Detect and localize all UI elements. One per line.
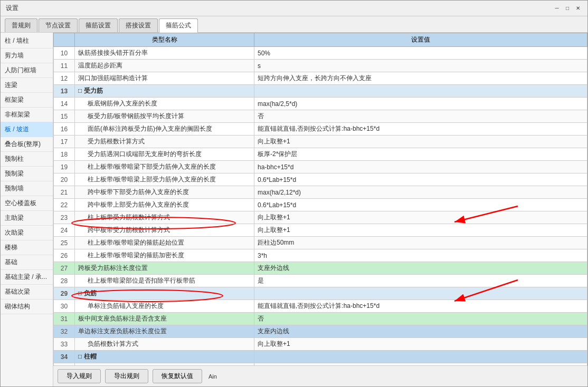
- sidebar-item-coupling-beam[interactable]: 连梁: [1, 78, 53, 93]
- cell-row-value[interactable]: 支座内边线: [254, 325, 587, 338]
- sidebar-item-slab[interactable]: 板 / 坡道: [1, 122, 53, 137]
- table-row[interactable]: 12洞口加强筋端部构造计算短跨方向伸入支座，长跨方向不伸入支座: [54, 72, 587, 85]
- table-row[interactable]: 19柱上板带/板带暗梁下部受力筋伸入支座的长度ha-bhc+15*d: [54, 161, 587, 173]
- table-row[interactable]: 27跨板受力筋标注长度位置支座外边线: [54, 262, 587, 275]
- restore-defaults-button[interactable]: 恢复默认值: [153, 369, 202, 383]
- cell-row-num: 31: [54, 313, 75, 325]
- table-row[interactable]: 26柱上板带/板带暗梁的箍筋加密长度3*h: [54, 249, 587, 262]
- close-button[interactable]: ✕: [574, 4, 582, 13]
- sidebar-item-staircase[interactable]: 楼梯: [1, 240, 53, 255]
- cell-row-num: 26: [54, 249, 75, 262]
- table-row[interactable]: 30单标注负筋锚入支座的长度能直锚就直锚,否则按公式计算:ha-bhc+15*d: [54, 300, 587, 313]
- sidebar-item-precast-wall[interactable]: 预制墙: [1, 181, 53, 196]
- table-row[interactable]: 32单边标注支座负筋标注长度位置支座内边线: [54, 325, 587, 338]
- minimize-button[interactable]: ─: [553, 4, 561, 13]
- table-row[interactable]: 14板底钢筋伸入支座的长度max(ha/2,5*d): [54, 98, 587, 110]
- sidebar-item-column[interactable]: 柱 / 墙柱: [1, 34, 53, 49]
- cell-row-num: 34: [54, 351, 75, 363]
- sidebar-item-hollow-floor[interactable]: 空心楼盖板: [1, 196, 53, 211]
- tab-stirrup-formula[interactable]: 箍筋公式: [159, 18, 198, 33]
- maximize-button[interactable]: □: [563, 4, 572, 13]
- table-row[interactable]: 20柱上板带/板带暗梁上部受力筋伸入支座的长度0.6*Lab+15*d: [54, 173, 587, 186]
- tab-lap-settings[interactable]: 搭接设置: [119, 18, 158, 32]
- table-row[interactable]: 24跨中板带受力筋根数计算方式向上取整+1: [54, 224, 587, 237]
- cell-row-value[interactable]: ha-bhc+15*d: [254, 161, 587, 173]
- sidebar-item-composite-slab[interactable]: 叠合板(整厚): [1, 137, 53, 152]
- sidebar-item-foundation[interactable]: 基础: [1, 255, 53, 270]
- cell-row-value[interactable]: 50%: [254, 47, 587, 60]
- cell-row-value[interactable]: 板厚-2*保护层: [254, 148, 587, 161]
- table-row[interactable]: 13□ 受力筋: [54, 85, 587, 98]
- cell-row-value[interactable]: 是: [254, 275, 587, 287]
- table-row[interactable]: 29□ 负筋: [54, 287, 587, 300]
- cell-row-value[interactable]: 能直锚就直锚,否则按公式计算:ha-bhc+15*d: [254, 300, 587, 313]
- table-row[interactable]: 23柱上板带受力筋根数计算方式向上取整+1: [54, 211, 587, 224]
- table-row[interactable]: 25柱上板带/板带暗梁的箍筋起始位置距柱边50mm: [54, 237, 587, 249]
- settings-table-container[interactable]: 类型名称 设置值 10纵筋搭接接头错开百分率50%11温度筋起步距离s12洞口加…: [53, 33, 587, 365]
- sidebar-item-precast-column[interactable]: 预制柱: [1, 152, 53, 167]
- cell-row-num: 20: [54, 173, 75, 186]
- cell-row-num: 12: [54, 72, 75, 85]
- table-row[interactable]: 16面筋(单标注跨板受力筋)伸入支座的搁固长度能直锚就直锚,否则按公式计算:ha…: [54, 123, 587, 136]
- sidebar-item-precast-beam[interactable]: 预制梁: [1, 167, 53, 181]
- cell-row-value[interactable]: 短跨方向伸入支座，长跨方向不伸入支座: [254, 72, 587, 85]
- cell-row-num: 16: [54, 123, 75, 136]
- sidebar-item-frame-beam[interactable]: 框架梁: [1, 93, 53, 108]
- cell-row-num: 18: [54, 148, 75, 161]
- cell-row-value[interactable]: 向上取整+1: [254, 224, 587, 237]
- sidebar-item-shear-wall[interactable]: 剪力墙: [1, 49, 53, 63]
- cell-row-name: □ 负筋: [75, 287, 254, 300]
- cell-row-value[interactable]: [254, 85, 587, 98]
- sidebar-item-secondary-rib[interactable]: 次助梁: [1, 226, 53, 240]
- cell-row-value[interactable]: 否: [254, 313, 587, 325]
- table-row[interactable]: 21跨中板带下部受力筋伸入支座的长度max(ha/2,12*d): [54, 186, 587, 199]
- cell-row-num: 14: [54, 98, 75, 110]
- table-row[interactable]: 18受力筋遇洞口或端部无支座时的弯折长度板厚-2*保护层: [54, 148, 587, 161]
- cell-row-value[interactable]: [254, 351, 587, 363]
- cell-row-value[interactable]: 否: [254, 110, 587, 123]
- table-row[interactable]: 31板中间支座负筋标注是否含支座否: [54, 313, 587, 325]
- export-rules-button[interactable]: 导出规则: [105, 369, 148, 383]
- tab-bar: 普规则 节点设置 箍筋设置 搭接设置 箍筋公式: [1, 16, 587, 33]
- table-row[interactable]: 22跨中板带上部受力筋伸入支座的长度0.6*Lab+15*d: [54, 199, 587, 211]
- cell-row-value[interactable]: s: [254, 60, 587, 72]
- cell-row-value[interactable]: 能直锚就直锚,否则按公式计算:ha-bhc+15*d: [254, 123, 587, 136]
- settings-table: 类型名称 设置值 10纵筋搭接接头错开百分率50%11温度筋起步距离s12洞口加…: [53, 33, 587, 365]
- cell-row-value[interactable]: 距柱边50mm: [254, 237, 587, 249]
- table-row[interactable]: 10纵筋搭接接头错开百分率50%: [54, 47, 587, 60]
- table-row[interactable]: 34□ 柱帽: [54, 351, 587, 363]
- cell-row-name: 板底钢筋伸入支座的长度: [75, 98, 254, 110]
- cell-row-num: 24: [54, 224, 75, 237]
- cell-row-value[interactable]: 向上取整+1: [254, 136, 587, 148]
- table-row[interactable]: 28柱上板带暗梁部位是否扣除平行板带筋是: [54, 275, 587, 287]
- sidebar-item-non-frame-beam[interactable]: 非框架梁: [1, 108, 53, 122]
- cell-row-value[interactable]: 向上取整+1: [254, 211, 587, 224]
- tab-stirrup-settings[interactable]: 箍筋设置: [79, 18, 118, 32]
- table-row[interactable]: 17受力筋根数计算方式向上取整+1: [54, 136, 587, 148]
- cell-row-value[interactable]: 0.6*Lab+15*d: [254, 199, 587, 211]
- sidebar-item-civil-defense[interactable]: 人防门框墙: [1, 63, 53, 78]
- sidebar-item-foundation-secondary[interactable]: 基础次梁: [1, 285, 53, 299]
- cell-row-num: 30: [54, 300, 75, 313]
- cell-row-name: 柱上板带暗梁部位是否扣除平行板带筋: [75, 275, 254, 287]
- cell-row-num: 32: [54, 325, 75, 338]
- cell-row-value[interactable]: max(ha/2,12*d): [254, 186, 587, 199]
- cell-row-value[interactable]: 向上取整+1: [254, 338, 587, 351]
- sidebar-item-masonry[interactable]: 砌体结构: [1, 299, 53, 314]
- cell-row-num: 10: [54, 47, 75, 60]
- cell-row-value[interactable]: max(ha/2,5*d): [254, 98, 587, 110]
- sidebar-item-foundation-main[interactable]: 基础主梁 / 承...: [1, 270, 53, 285]
- window-title: 设置: [6, 4, 18, 13]
- cell-row-num: 29: [54, 287, 75, 300]
- cell-row-value[interactable]: 支座外边线: [254, 262, 587, 275]
- table-row[interactable]: 11温度筋起步距离s: [54, 60, 587, 72]
- cell-row-value[interactable]: 3*h: [254, 249, 587, 262]
- tab-general-rules[interactable]: 普规则: [5, 18, 37, 32]
- tab-node-settings[interactable]: 节点设置: [39, 18, 78, 32]
- sidebar-item-main-rib[interactable]: 主助梁: [1, 211, 53, 226]
- cell-row-value[interactable]: [254, 287, 587, 300]
- cell-row-value[interactable]: 0.6*Lab+15*d: [254, 173, 587, 186]
- table-row[interactable]: 33负筋根数计算方式向上取整+1: [54, 338, 587, 351]
- import-rules-button[interactable]: 导入规则: [58, 369, 101, 383]
- table-row[interactable]: 15板受力筋/板带钢筋按平均长度计算否: [54, 110, 587, 123]
